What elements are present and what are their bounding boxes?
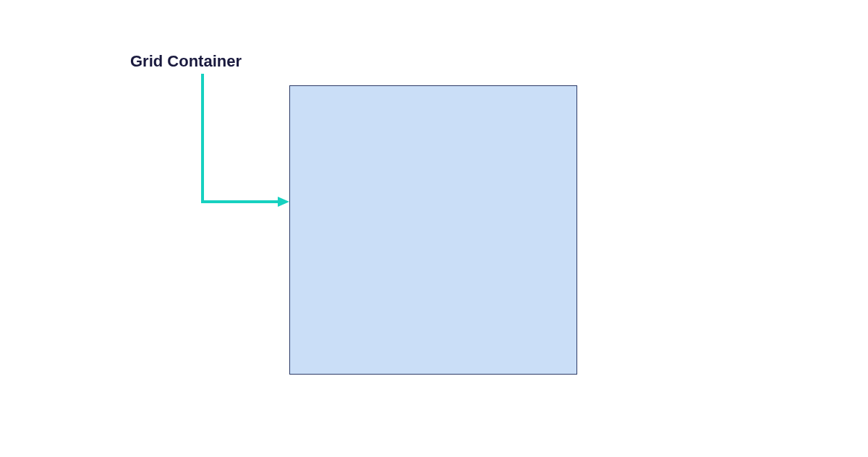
svg-marker-0 bbox=[278, 197, 289, 207]
grid-container-label: Grid Container bbox=[130, 52, 242, 71]
pointer-arrow-icon bbox=[199, 74, 300, 218]
grid-container-box bbox=[289, 85, 577, 375]
